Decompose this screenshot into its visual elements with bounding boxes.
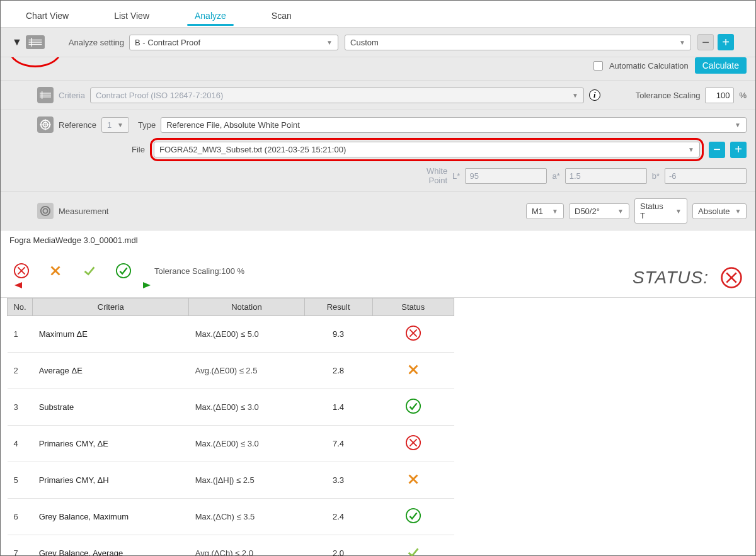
analyze-preset-select[interactable]: Custom ▼ (345, 35, 691, 50)
legend-fail-icon (13, 263, 30, 279)
tab-analyze[interactable]: Analyze (187, 7, 234, 27)
table-row[interactable]: 4Primaries CMY, ΔEMax.(ΔE00) ≤ 3.07.4 (8, 426, 454, 462)
analyze-setting-label: Analyze setting (69, 38, 124, 47)
cell-criteria: Grey Balance, Average (33, 535, 189, 557)
svg-point-39 (406, 509, 420, 523)
status-passlight-icon (405, 544, 421, 556)
reference-index-select[interactable]: 1 ▼ (101, 117, 129, 133)
reference-file-value: FOGRA52_MW3_Subset.txt (2021-03-25 15:21… (159, 145, 346, 154)
legend-pass-icon (115, 263, 132, 279)
criteria-icon (37, 87, 54, 103)
table-icon[interactable] (26, 35, 45, 49)
cell-no: 2 (8, 353, 33, 389)
tab-list-view[interactable]: List View (106, 7, 157, 27)
cell-no: 7 (8, 535, 33, 557)
cell-result: 2.0 (304, 535, 372, 557)
wp-a-label: a* (552, 171, 559, 181)
svg-point-14 (43, 208, 47, 213)
cell-criteria: Grey Balance, Maximum (33, 499, 189, 535)
chevron-down-icon: ▼ (688, 146, 694, 153)
cell-result: 3.3 (304, 462, 372, 499)
cell-criteria: Maximum ΔE (33, 316, 189, 353)
info-icon[interactable]: i (589, 89, 600, 101)
measurement-abs-select[interactable]: Absolute▼ (692, 203, 747, 219)
status-header: Tolerance Scaling:100 % STATUS: (1, 250, 755, 298)
table-row[interactable]: 3SubstrateMax.(ΔE00) ≤ 3.01.4 (8, 389, 454, 426)
th-criteria: Criteria (33, 298, 189, 316)
chevron-down-icon: ▼ (572, 92, 578, 99)
cell-notation: Avg.(ΔCh) ≤ 2.0 (189, 535, 304, 557)
analyze-setting-select[interactable]: B - Contract Proof ▼ (129, 35, 338, 50)
reference-panel: Reference 1 ▼ Type Reference File, Absol… (1, 110, 755, 192)
cell-status (372, 353, 454, 389)
reference-label: Reference (59, 120, 96, 130)
table-row[interactable]: 2Average ΔEAvg.(ΔE00) ≤ 2.52.8 (8, 353, 454, 389)
reference-file-select[interactable]: FOGRA52_MW3_Subset.txt (2021-03-25 15:21… (154, 142, 700, 157)
analyze-settings-bar: ▼ Analyze setting B - Contract Proof ▼ C… (1, 27, 755, 57)
analyze-preset-value: Custom (350, 38, 379, 47)
file-plus-button[interactable]: + (730, 142, 747, 158)
auto-calc-label: Automatic Calculation (609, 61, 689, 71)
cell-notation: Max.(ΔE00) ≤ 3.0 (189, 426, 304, 462)
overall-status: STATUS: (633, 266, 743, 289)
measurement-status-select[interactable]: Status T▼ (634, 198, 687, 224)
table-row[interactable]: 1Maximum ΔEMax.(ΔE00) ≤ 5.09.3 (8, 316, 454, 353)
auto-calc-checkbox[interactable] (593, 61, 603, 71)
th-notation: Notation (189, 298, 304, 316)
file-label: File (132, 145, 145, 154)
chevron-down-icon: ▼ (326, 39, 333, 46)
status-fail-icon (405, 325, 421, 341)
measurement-mode-select[interactable]: M1▼ (526, 203, 564, 219)
file-minus-button[interactable]: − (709, 142, 725, 158)
white-point-label: White Point (427, 166, 447, 185)
gradient-arrow-icon (13, 280, 152, 290)
table-row[interactable]: 5Primaries CMY, ΔHMax.(|ΔH|) ≤ 2.53.3 (8, 462, 454, 499)
cell-result: 9.3 (304, 316, 372, 353)
cell-status (372, 499, 454, 535)
add-setting-button[interactable]: + (718, 34, 734, 50)
criteria-select[interactable]: Contract Proof (ISO 12647-7:2016) ▼ (90, 88, 584, 103)
overall-status-fail-icon (720, 266, 743, 289)
cell-notation: Max.(ΔE00) ≤ 5.0 (189, 316, 304, 353)
calc-row: Automatic Calculation Calculate (1, 57, 755, 81)
tolerance-label: Tolerance Scaling (636, 91, 701, 100)
results-table: No. Criteria Notation Result Status 1Max… (7, 298, 454, 556)
cell-notation: Avg.(ΔE00) ≤ 2.5 (189, 353, 304, 389)
tab-chart-view[interactable]: Chart View (18, 7, 76, 27)
collapse-icon[interactable]: ▼ (12, 37, 22, 47)
remove-setting-button[interactable]: − (697, 34, 714, 50)
tolerance-scaling-status: Tolerance Scaling:100 % (154, 266, 244, 276)
cell-no: 6 (8, 499, 33, 535)
measurement-illum-select[interactable]: D50/2°▼ (569, 203, 629, 219)
th-result: Result (304, 298, 372, 316)
measurement-panel: Measurement M1▼ D50/2°▼ Status T▼ Absolu… (1, 192, 755, 230)
measurement-icon (37, 203, 54, 219)
status-warn-icon (405, 361, 421, 378)
svg-marker-24 (143, 282, 151, 288)
chevron-down-icon: ▼ (679, 39, 685, 46)
calculate-button[interactable]: Calculate (695, 57, 747, 74)
wp-l-input (465, 168, 547, 184)
cell-notation: Max.(|ΔH|) ≤ 2.5 (189, 462, 304, 499)
tolerance-unit: % (739, 91, 747, 100)
table-row[interactable]: 6Grey Balance, MaximumMax.(ΔCh) ≤ 3.52.4 (8, 499, 454, 535)
cell-result: 7.4 (304, 426, 372, 462)
type-select[interactable]: Reference File, Absolute White Point ▼ (161, 117, 747, 133)
chevron-down-icon: ▼ (735, 122, 741, 128)
legend-warn-icon (47, 263, 64, 279)
table-row[interactable]: 7Grey Balance, AverageAvg.(ΔCh) ≤ 2.02.0 (8, 535, 454, 557)
cell-no: 4 (8, 426, 33, 462)
svg-point-33 (406, 399, 420, 413)
cell-criteria: Primaries CMY, ΔH (33, 462, 189, 499)
cell-result: 2.8 (304, 353, 372, 389)
wp-b-input (665, 168, 747, 184)
th-no: No. (8, 298, 33, 316)
chevron-down-icon: ▼ (117, 122, 123, 128)
legend-passlight-icon (81, 263, 98, 279)
tolerance-input[interactable] (705, 88, 734, 103)
tab-scan[interactable]: Scan (264, 7, 299, 27)
cell-criteria: Average ΔE (33, 353, 189, 389)
cell-no: 5 (8, 462, 33, 499)
svg-marker-22 (14, 282, 22, 288)
cell-status (372, 462, 454, 499)
